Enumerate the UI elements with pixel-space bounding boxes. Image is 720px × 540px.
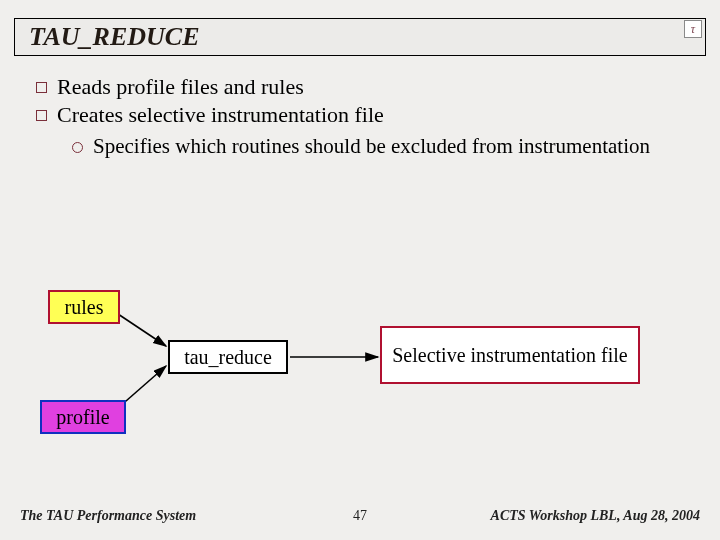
title-bar: TAU_REDUCE [14, 18, 706, 56]
bullet-text: Creates selective instrumentation file [57, 102, 384, 128]
diagram: rules profile tau_reduce Selective instr… [0, 290, 720, 470]
list-item: Creates selective instrumentation file [36, 102, 686, 128]
slide-title: TAU_REDUCE [29, 22, 200, 52]
sub-bullet-list: Specifies which routines should be exclu… [72, 134, 686, 159]
footer-right: ACTS Workshop LBL, Aug 28, 2004 [491, 508, 700, 524]
tau-logo-icon: τ [684, 20, 702, 38]
square-bullet-icon [36, 110, 47, 121]
list-item: Reads profile files and rules [36, 74, 686, 100]
svg-line-0 [118, 314, 166, 346]
diagram-box-profile: profile [40, 400, 126, 434]
diagram-box-rules: rules [48, 290, 120, 324]
diagram-box-tool: tau_reduce [168, 340, 288, 374]
bullet-text: Reads profile files and rules [57, 74, 304, 100]
square-bullet-icon [36, 82, 47, 93]
sub-bullet-text: Specifies which routines should be exclu… [93, 134, 650, 159]
bullet-list: Reads profile files and rules Creates se… [36, 74, 686, 159]
diagram-box-output: Selective instrumentation file [380, 326, 640, 384]
list-item: Specifies which routines should be exclu… [72, 134, 686, 159]
circle-bullet-icon [72, 142, 83, 153]
